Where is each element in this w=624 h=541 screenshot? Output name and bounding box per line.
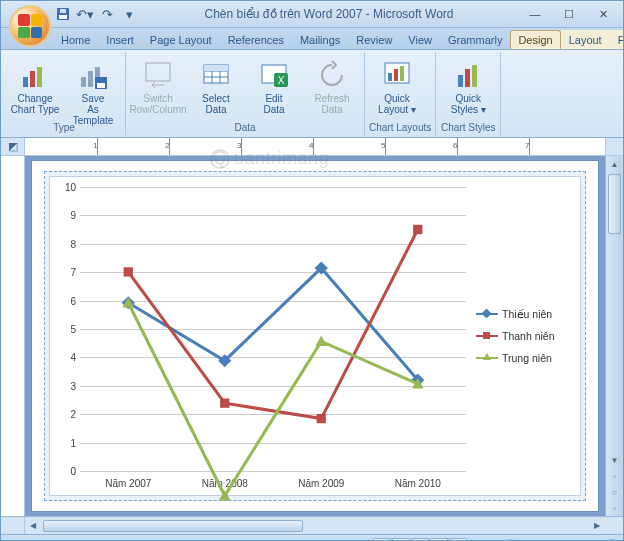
y-axis-tick: 4 [60,352,76,363]
tab-format[interactable]: Format [610,30,624,49]
svg-rect-17 [204,65,228,71]
outline-view-icon[interactable]: ≡ [430,538,448,542]
change-chart-type-icon [19,59,51,91]
chart-object[interactable]: 012345678910Năm 2007Năm 2008Năm 2009Năm … [44,171,586,501]
legend-marker-icon [476,357,498,359]
tab-home[interactable]: Home [53,30,98,49]
horizontal-ruler-row: ◩ 1234567 [1,138,623,156]
document-area: 012345678910Năm 2007Năm 2008Năm 2009Năm … [1,156,623,516]
legend-marker-icon [476,313,498,315]
ruler-corner[interactable]: ◩ [1,138,25,155]
page[interactable]: 012345678910Năm 2007Năm 2008Năm 2009Năm … [31,160,599,512]
legend-item[interactable]: Thiếu niên [476,308,574,320]
window-title: Chèn biểu đồ trên Word 2007 - Microsoft … [139,7,519,21]
y-axis-tick: 10 [60,182,76,193]
chart-lines [80,187,466,516]
y-axis-tick: 3 [60,380,76,391]
svg-rect-27 [472,65,477,87]
quick-layout-button[interactable]: QuickLayout ▾ [369,54,425,120]
svg-rect-7 [88,71,93,87]
qat-customize-icon[interactable]: ▾ [119,4,139,24]
maximize-button[interactable]: ☐ [553,3,585,25]
change-chart-type-button[interactable]: ChangeChart Type [7,54,63,120]
tab-mailings[interactable]: Mailings [292,30,348,49]
tab-page-layout[interactable]: Page Layout [142,30,220,49]
horizontal-scrollbar[interactable]: ◀ ▶ [25,517,605,534]
scroll-down-icon[interactable]: ▼ [606,452,623,468]
browse-object-icon[interactable]: ○ [606,484,623,500]
full-screen-view-icon[interactable]: ▭ [392,538,410,542]
vertical-scrollbar[interactable]: ▲ ▼ ◦ ○ ◦ [605,156,623,516]
y-axis-tick: 1 [60,437,76,448]
svg-rect-25 [458,75,463,87]
chart-legend[interactable]: Thiếu niênThanh niênTrung niên [470,177,580,495]
tab-references[interactable]: References [220,30,292,49]
redo-icon[interactable]: ↷ [97,4,117,24]
y-axis-tick: 5 [60,324,76,335]
view-buttons: ▦ ▭ ☷ ≡ ▤ [373,538,467,542]
svg-rect-24 [400,66,404,81]
svg-rect-5 [37,67,42,87]
svg-rect-4 [30,71,35,87]
web-layout-view-icon[interactable]: ☷ [411,538,429,542]
y-axis-tick: 7 [60,267,76,278]
scroll-up-icon[interactable]: ▲ [606,156,623,172]
ribbon-group-type: ChangeChart TypeSaveAs TemplateType [3,52,126,137]
vscroll-thumb[interactable] [608,174,621,234]
quick-styles-icon [452,59,484,91]
legend-label: Thanh niên [502,330,555,342]
legend-item[interactable]: Trung niên [476,352,574,364]
scroll-left-icon[interactable]: ◀ [25,521,41,530]
tab-view[interactable]: View [400,30,440,49]
horizontal-scrollbar-row: ◀ ▶ [1,516,623,534]
svg-rect-22 [388,73,392,81]
switch-row-column-icon [142,59,174,91]
hscroll-thumb[interactable] [43,520,303,532]
ribbon-group-chart-styles: QuickStyles ▾Chart Styles [436,52,501,137]
group-label: Chart Layouts [369,120,431,135]
next-page-icon[interactable]: ◦ [606,500,623,516]
svg-rect-1 [59,15,67,19]
print-layout-view-icon[interactable]: ▦ [373,538,391,542]
save-icon[interactable] [53,4,73,24]
ruler-right-spacer [605,138,623,155]
svg-rect-2 [60,9,66,13]
scroll-right-icon[interactable]: ▶ [589,521,605,530]
svg-rect-26 [465,69,470,87]
office-button[interactable] [9,5,51,47]
tab-review[interactable]: Review [348,30,400,49]
tab-layout[interactable]: Layout [561,30,610,49]
chart-inner: 012345678910Năm 2007Năm 2008Năm 2009Năm … [49,176,581,496]
prev-page-icon[interactable]: ◦ [606,468,623,484]
svg-marker-40 [315,336,327,346]
edit-data-button[interactable]: XEditData [246,54,302,120]
tab-grammarly[interactable]: Grammarly [440,30,510,49]
select-data-button[interactable]: SelectData [188,54,244,120]
status-bar: Page: 1 of 1 Words: 6 ✗ English (United … [1,534,623,541]
close-button[interactable]: ✕ [587,3,619,25]
page-background[interactable]: 012345678910Năm 2007Năm 2008Năm 2009Năm … [25,156,605,516]
y-axis-tick: 0 [60,466,76,477]
horizontal-ruler[interactable]: 1234567 [25,138,605,155]
save-as-template-icon [77,59,109,91]
group-label: Chart Styles [440,120,496,135]
title-bar: ↶▾ ↷ ▾ Chèn biểu đồ trên Word 2007 - Mic… [1,1,623,28]
quick-styles-button[interactable]: QuickStyles ▾ [440,54,496,120]
undo-icon[interactable]: ↶▾ [75,4,95,24]
svg-rect-35 [413,225,422,234]
plot-area[interactable]: 012345678910Năm 2007Năm 2008Năm 2009Năm … [50,177,470,495]
vertical-ruler[interactable] [1,156,25,516]
ribbon-group-data: SwitchRow/ColumnSelectDataXEditDataRefre… [126,52,365,137]
legend-item[interactable]: Thanh niên [476,330,574,342]
tab-insert[interactable]: Insert [98,30,142,49]
svg-text:X: X [278,75,285,86]
ribbon-group-chart-layouts: QuickLayout ▾Chart Layouts [365,52,436,137]
quick-access-toolbar: ↶▾ ↷ ▾ [53,4,139,24]
refresh-data-button: RefreshData [304,54,360,120]
tab-design[interactable]: Design [510,30,560,49]
group-label: Type [7,120,121,135]
save-as-template-button[interactable]: SaveAs Template [65,54,121,120]
minimize-button[interactable]: — [519,3,551,25]
y-axis-tick: 8 [60,238,76,249]
draft-view-icon[interactable]: ▤ [449,538,467,542]
